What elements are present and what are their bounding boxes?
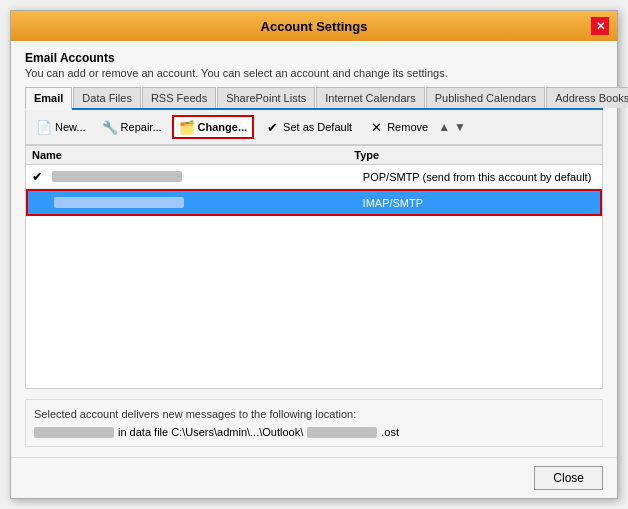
move-up-button[interactable]: ▲ bbox=[438, 120, 450, 134]
delivery-location-content: in data file C:\Users\admin\...\Outlook\… bbox=[34, 426, 594, 438]
account-name-blur bbox=[52, 171, 182, 182]
tab-data-files[interactable]: Data Files bbox=[73, 87, 141, 108]
account-settings-dialog: Account Settings ✕ Email Accounts You ca… bbox=[10, 10, 618, 499]
selected-check bbox=[34, 195, 50, 210]
set-default-label: Set as Default bbox=[283, 121, 352, 133]
account-name-delivery-blur bbox=[34, 427, 114, 438]
delivery-location-label: Selected account delivers new messages t… bbox=[34, 408, 594, 420]
tab-bar: Email Data Files RSS Feeds SharePoint Li… bbox=[25, 87, 603, 110]
dialog-title: Account Settings bbox=[37, 19, 591, 34]
account-name-cell bbox=[52, 171, 363, 182]
account-name-blur-2 bbox=[54, 197, 184, 208]
filename-blur bbox=[307, 427, 377, 438]
change-icon: 🗂️ bbox=[179, 119, 195, 135]
new-button-label: New... bbox=[55, 121, 86, 133]
remove-icon: ✕ bbox=[368, 119, 384, 135]
column-header-name: Name bbox=[32, 149, 354, 161]
set-default-button[interactable]: ✔ Set as Default bbox=[258, 116, 358, 138]
account-type-cell: POP/SMTP (send from this account by defa… bbox=[363, 171, 596, 183]
table-row[interactable]: IMAP/SMTP bbox=[26, 189, 602, 216]
account-list: Name Type ✔ POP/SMTP (send from this acc… bbox=[25, 145, 603, 389]
change-button-label: Change... bbox=[198, 121, 248, 133]
dialog-footer: Close bbox=[11, 457, 617, 498]
remove-button[interactable]: ✕ Remove bbox=[362, 116, 434, 138]
account-type-cell-2: IMAP/SMTP bbox=[363, 197, 594, 209]
section-title: Email Accounts bbox=[25, 51, 603, 65]
tab-rss-feeds[interactable]: RSS Feeds bbox=[142, 87, 216, 108]
move-down-button[interactable]: ▼ bbox=[454, 120, 466, 134]
new-button[interactable]: 📄 New... bbox=[30, 116, 92, 138]
delivery-location-section: Selected account delivers new messages t… bbox=[25, 399, 603, 447]
delivery-in-text: in data file C:\Users\admin\...\Outlook\ bbox=[118, 426, 303, 438]
column-header-type: Type bbox=[354, 149, 596, 161]
file-ext: .ost bbox=[381, 426, 399, 438]
table-row[interactable]: ✔ POP/SMTP (send from this account by de… bbox=[26, 165, 602, 189]
tab-internet-calendars[interactable]: Internet Calendars bbox=[316, 87, 425, 108]
title-bar: Account Settings ✕ bbox=[11, 11, 617, 41]
repair-button-label: Repair... bbox=[121, 121, 162, 133]
change-button[interactable]: 🗂️ Change... bbox=[172, 115, 255, 139]
tab-published-calendars[interactable]: Published Calendars bbox=[426, 87, 546, 108]
default-check-icon: ✔ bbox=[32, 169, 48, 184]
new-icon: 📄 bbox=[36, 119, 52, 135]
tab-email[interactable]: Email bbox=[25, 87, 72, 110]
window-close-button[interactable]: ✕ bbox=[591, 17, 609, 35]
repair-button[interactable]: 🔧 Repair... bbox=[96, 116, 168, 138]
list-header: Name Type bbox=[26, 146, 602, 165]
remove-label: Remove bbox=[387, 121, 428, 133]
repair-icon: 🔧 bbox=[102, 119, 118, 135]
section-description: You can add or remove an account. You ca… bbox=[25, 67, 603, 79]
dialog-body: Email Accounts You can add or remove an … bbox=[11, 41, 617, 457]
account-toolbar: 📄 New... 🔧 Repair... 🗂️ Change... ✔ Set … bbox=[25, 110, 603, 145]
account-name-cell-2 bbox=[54, 197, 363, 208]
close-dialog-button[interactable]: Close bbox=[534, 466, 603, 490]
tab-address-books[interactable]: Address Books bbox=[546, 87, 628, 108]
tab-sharepoint-lists[interactable]: SharePoint Lists bbox=[217, 87, 315, 108]
checkmark-icon: ✔ bbox=[264, 119, 280, 135]
